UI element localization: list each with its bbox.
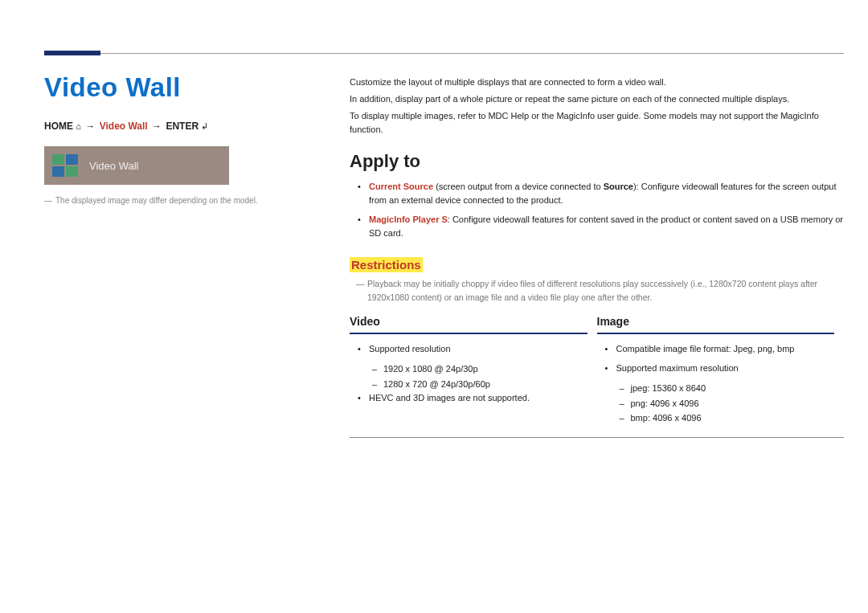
menu-tile-label: Video Wall <box>89 160 138 172</box>
breadcrumb-mid: Video Wall <box>100 121 148 132</box>
video-res-1080: 1920 x 1080 @ 24p/30p <box>350 362 588 377</box>
image-heading: Image <box>597 315 835 334</box>
intro-p3: To display multiple images, refer to MDC… <box>350 109 844 137</box>
svg-rect-0 <box>52 154 64 165</box>
video-column: Video Supported resolution 1920 x 1080 @… <box>350 315 597 426</box>
video-res-720: 1280 x 720 @ 24p/30p/60p <box>350 377 588 392</box>
header-accent <box>44 51 100 55</box>
video-supported-res: Supported resolution <box>350 342 588 356</box>
page-body: Video Wall HOME ⌂ → Video Wall → ENTER ↲… <box>0 0 868 438</box>
video-wall-icon <box>49 149 81 182</box>
apply-list: Current Source (screen output from a dev… <box>350 180 844 240</box>
arrow-icon: → <box>150 121 163 132</box>
svg-rect-3 <box>66 166 78 177</box>
left-column: Video Wall HOME ⌂ → Video Wall → ENTER ↲… <box>44 72 317 438</box>
intro-p2: In addition, display part of a whole pic… <box>350 92 844 106</box>
svg-rect-1 <box>66 154 78 165</box>
image-max-res: Supported maximum resolution <box>597 362 835 375</box>
breadcrumb: HOME ⌂ → Video Wall → ENTER ↲ <box>44 121 317 132</box>
enter-icon: ↲ <box>201 121 208 131</box>
video-heading: Video <box>350 315 588 334</box>
page-title: Video Wall <box>44 72 317 103</box>
restrictions-heading: Restrictions <box>350 257 423 272</box>
breadcrumb-home: HOME <box>44 121 73 132</box>
restrictions-note: ―Playback may be initially choppy if vid… <box>350 277 844 304</box>
header-rule <box>44 53 844 54</box>
image-res-jpeg: jpeg: 15360 x 8640 <box>597 381 835 396</box>
menu-tile: Video Wall <box>44 146 229 185</box>
intro-p1: Customize the layout of multiple display… <box>350 76 844 89</box>
image-res-png: png: 4096 x 4096 <box>597 396 835 411</box>
image-formats: Compatible image file format: Jpeg, png,… <box>597 342 835 356</box>
breadcrumb-enter: ENTER <box>166 121 199 132</box>
video-not-supported: HEVC and 3D images are not supported. <box>350 391 588 405</box>
right-column: Customize the layout of multiple display… <box>350 72 844 438</box>
apply-item-lead: MagicInfo Player S <box>369 215 448 224</box>
arrow-icon: → <box>84 121 96 132</box>
image-res-bmp: bmp: 4096 x 4096 <box>597 411 835 426</box>
spec-columns: Video Supported resolution 1920 x 1080 @… <box>350 315 844 438</box>
apply-heading: Apply to <box>350 151 844 172</box>
image-disclaimer: ―The displayed image may differ dependin… <box>44 196 317 205</box>
image-column: Image Compatible image file format: Jpeg… <box>597 315 845 426</box>
apply-item-magicinfo: MagicInfo Player S: Configure videowall … <box>350 213 844 240</box>
apply-item-lead: Current Source <box>369 182 433 191</box>
apply-item-source: Source <box>604 182 633 191</box>
svg-rect-2 <box>52 166 64 177</box>
home-icon: ⌂ <box>76 121 81 131</box>
apply-item-current-source: Current Source (screen output from a dev… <box>350 180 844 207</box>
